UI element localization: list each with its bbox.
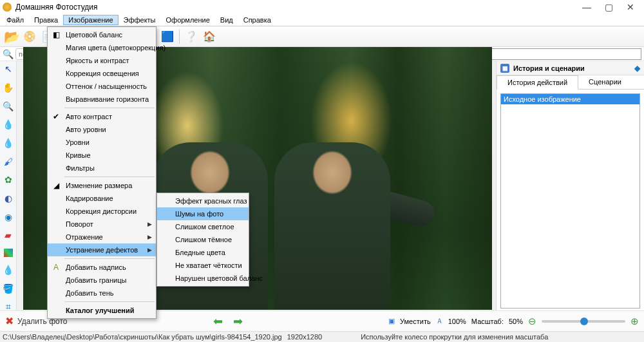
home-icon[interactable]: 🏠 — [201, 28, 218, 45]
right-panel-title: История и сценарии — [513, 64, 585, 72]
menu-item[interactable]: Фильтры — [48, 162, 156, 175]
history-item[interactable]: Исходное изображение — [501, 94, 639, 104]
zoom-100-icon[interactable]: Ａ — [436, 316, 443, 326]
menu-item[interactable]: Коррекция дисторсии — [48, 205, 156, 218]
menu-правка[interactable]: Правка — [29, 15, 63, 25]
menu-item[interactable]: ◢Изменение размера — [48, 179, 156, 192]
tool-palette: ↖ ✋ 🔍 💧 💧 🖌 ✿ ◐ ◉ ▰ 💧 🪣 ⌗ — [0, 61, 17, 312]
menu-item[interactable]: Выравнивание горизонта — [48, 93, 156, 106]
menu-item[interactable]: Добавить тень — [48, 287, 156, 299]
gradient-icon[interactable]: ▰ — [3, 230, 14, 241]
submenu-item[interactable]: Слишком тёмное — [157, 233, 249, 246]
help-icon[interactable]: ❔ — [183, 28, 200, 45]
drop-icon[interactable]: 💧 — [3, 138, 14, 149]
pin-icon[interactable]: ◆ — [634, 64, 640, 73]
search-icon[interactable]: 🔍 — [3, 49, 13, 59]
prev-arrow-icon[interactable]: ⬅ — [213, 314, 223, 328]
tab-scenarios[interactable]: Сценарии — [578, 75, 632, 89]
image-menu-dropdown: ◧Цветовой балансМагия цвета (цветокоррек… — [47, 26, 156, 319]
menu-оформление[interactable]: Оформление — [161, 15, 215, 25]
collage-icon[interactable]: 🟦 — [159, 28, 176, 45]
bucket-icon[interactable]: 🪣 — [3, 283, 14, 294]
menu-item-label: Поворот — [66, 220, 93, 228]
menu-справка[interactable]: Справка — [238, 15, 276, 25]
submenu-item-label: Эффект красных глаз — [175, 197, 247, 205]
right-panel-header: ▦ История и сценарии ◆ — [497, 61, 644, 75]
zoom-slider[interactable] — [542, 320, 625, 323]
defects-submenu-dropdown: Эффект красных глазШумы на фотоСлишком с… — [156, 193, 249, 287]
menu-item-label: Авто контраст — [66, 113, 112, 120]
submenu-item[interactable]: Нарушен цветовой баланс — [157, 272, 249, 285]
window-titlebar: Домашняя Фотостудия — ▢ ✕ — [0, 0, 644, 14]
submenu-item[interactable]: Эффект красных глаз — [157, 195, 249, 207]
menu-item[interactable]: ◧Цветовой баланс — [48, 28, 156, 41]
menu-separator — [64, 176, 155, 177]
menu-item-label: Цветовой баланс — [66, 31, 122, 39]
spiral-icon[interactable]: ◉ — [3, 211, 14, 222]
maximize-button[interactable]: ▢ — [598, 0, 620, 14]
menu-separator — [64, 258, 155, 259]
menu-item[interactable]: Каталог улучшений — [48, 304, 156, 317]
menu-изображение[interactable]: Изображение — [63, 15, 118, 25]
menu-item[interactable]: Кадрирование — [48, 192, 156, 205]
menu-item[interactable]: Отражение▶ — [48, 231, 156, 243]
menu-item[interactable]: Добавить границы — [48, 274, 156, 287]
menu-item[interactable]: Кривые — [48, 149, 156, 162]
status-hint: Используйте колесо прокрутки для изменен… — [361, 333, 548, 341]
menu-вид[interactable]: Вид — [215, 15, 238, 25]
submenu-item[interactable]: Шумы на фото — [157, 207, 249, 220]
menu-item[interactable]: Авто уровни — [48, 123, 156, 136]
fit-label[interactable]: Уместить — [400, 318, 431, 325]
menu-item-label: Добавить границы — [66, 276, 126, 284]
brush-icon[interactable]: 🖌 — [3, 156, 14, 167]
camera-icon[interactable]: 📀 — [21, 28, 38, 45]
right-panel: ▦ История и сценарии ◆ История действий … — [496, 61, 644, 312]
toolbar-separator — [179, 30, 180, 44]
menu-item[interactable]: Магия цвета (цветокоррекция) — [48, 41, 156, 54]
saturation-icon[interactable]: ◐ — [3, 193, 14, 204]
menu-item-label: Яркость и контраст — [66, 57, 129, 64]
menu-item[interactable]: Уровни — [48, 136, 156, 149]
submenu-item[interactable]: Бледные цвета — [157, 246, 249, 259]
menu-item[interactable]: Устранение дефектов▶ — [48, 243, 156, 256]
menu-item-label: Коррекция освещения — [66, 70, 139, 77]
history-list[interactable]: Исходное изображение — [500, 93, 640, 309]
color-square-icon[interactable] — [4, 249, 13, 257]
menu-item[interactable]: ✔Авто контраст — [48, 110, 156, 123]
menu-item-label: Кривые — [66, 151, 91, 159]
menu-item[interactable]: Коррекция освещения — [48, 67, 156, 80]
menu-item-label: Каталог улучшений — [66, 307, 134, 314]
menu-item-label: Фильтры — [66, 164, 95, 172]
stamp-icon[interactable]: ✿ — [3, 175, 14, 185]
menu-item[interactable]: Яркость и контраст — [48, 54, 156, 67]
zoom-value: 100% — [448, 318, 466, 325]
history-panel-icon: ▦ — [500, 64, 509, 73]
zoom-tool-icon[interactable]: 🔍 — [3, 100, 14, 111]
open-icon[interactable]: 📂 — [3, 28, 20, 45]
close-button[interactable]: ✕ — [620, 0, 641, 14]
fit-icon[interactable]: ▣ — [388, 317, 395, 325]
menubar: ФайлПравкаИзображениеЭффектыОформлениеВи… — [0, 14, 644, 26]
submenu-item[interactable]: Слишком светлое — [157, 220, 249, 233]
menu-item-label: Добавить надпись — [66, 263, 126, 271]
submenu-item-label: Слишком тёмное — [175, 236, 232, 243]
eyedropper2-icon[interactable]: 💧 — [3, 265, 14, 276]
submenu-item[interactable]: Не хватает чёткости — [157, 259, 249, 272]
submenu-item-label: Слишком светлое — [175, 223, 234, 231]
menu-эффекты[interactable]: Эффекты — [118, 15, 161, 25]
next-arrow-icon[interactable]: ➡ — [233, 314, 243, 328]
zoom-out-icon[interactable]: ⊖ — [528, 316, 536, 327]
scale-label: Масштаб: — [471, 318, 504, 325]
menu-item-label: Изменение размера — [66, 182, 132, 189]
eyedropper-icon[interactable]: 💧 — [3, 119, 14, 130]
minimize-button[interactable]: — — [576, 0, 598, 14]
menu-item[interactable]: Поворот▶ — [48, 218, 156, 231]
menu-файл[interactable]: Файл — [1, 15, 29, 25]
tab-history[interactable]: История действий — [497, 75, 578, 90]
hand-tool-icon[interactable]: ✋ — [3, 82, 14, 93]
menu-item[interactable]: Оттенок / насыщенность — [48, 80, 156, 93]
window-title: Домашняя Фотостудия — [15, 3, 576, 12]
menu-item[interactable]: AДобавить надпись — [48, 261, 156, 274]
zoom-in-icon[interactable]: ⊕ — [630, 316, 639, 327]
pointer-tool-icon[interactable]: ↖ — [3, 64, 14, 75]
